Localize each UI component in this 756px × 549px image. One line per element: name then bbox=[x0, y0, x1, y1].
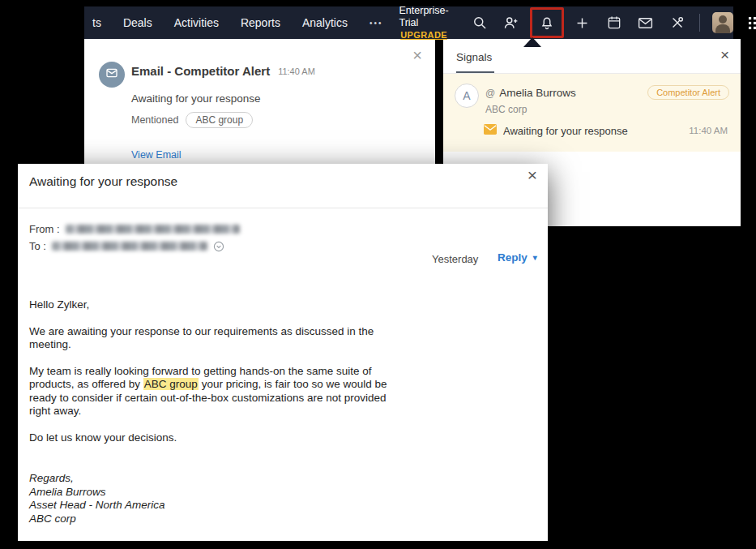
contact-company: ABC corp bbox=[485, 104, 527, 115]
signals-close-icon[interactable]: × bbox=[720, 47, 729, 62]
top-navigation-bar: ts Deals Activities Reports Analytics ••… bbox=[84, 6, 733, 39]
highlighted-mention: ABC group bbox=[143, 378, 199, 390]
modal-close-icon[interactable]: × bbox=[527, 166, 537, 183]
envelope-icon bbox=[105, 66, 118, 83]
alert-time: 11:40 AM bbox=[278, 66, 315, 76]
users-icon[interactable] bbox=[502, 13, 521, 32]
email-date: Yesterday bbox=[432, 253, 478, 265]
email-signature: Regards, Amelia Burrows Asset Head - Nor… bbox=[29, 472, 395, 525]
to-label: To : bbox=[29, 240, 46, 252]
divider bbox=[699, 14, 700, 32]
contact-avatar: A bbox=[455, 84, 479, 108]
upgrade-link[interactable]: UPGRADE bbox=[400, 30, 447, 41]
greeting: Hello Zylker, bbox=[29, 298, 395, 312]
mail-icon[interactable] bbox=[636, 13, 656, 32]
chevron-down-icon: ▾ bbox=[533, 253, 537, 262]
mail-icon bbox=[484, 123, 497, 138]
redacted-from-address bbox=[66, 225, 240, 234]
signal-subject: Awaiting for your response bbox=[503, 125, 628, 137]
redacted-to-address bbox=[52, 242, 207, 251]
paragraph-1: We are awaiting your response to our req… bbox=[29, 325, 395, 352]
user-avatar[interactable] bbox=[712, 12, 733, 33]
signals-tab[interactable]: Signals bbox=[456, 51, 492, 63]
alert-subject: Awaiting for your response bbox=[131, 92, 261, 105]
nav-item-analytics[interactable]: Analytics bbox=[302, 16, 348, 29]
paragraph-2: My team is really looking forward to get… bbox=[29, 365, 395, 418]
screen: Email - Competitor Alert 11:40 AM Awaiti… bbox=[0, 0, 756, 549]
apps-grid-icon[interactable] bbox=[745, 13, 756, 32]
nav-item-reports[interactable]: Reports bbox=[241, 16, 280, 29]
search-icon[interactable] bbox=[470, 13, 489, 32]
notification-bell-icon[interactable] bbox=[537, 13, 557, 32]
email-preview-modal: Awaiting for your response × From : To :… bbox=[18, 164, 548, 541]
expand-recipients-icon[interactable] bbox=[213, 241, 224, 252]
reply-button[interactable]: Reply ▾ bbox=[498, 251, 537, 264]
email-avatar bbox=[99, 62, 125, 88]
plan-name: Enterprise-Trial bbox=[399, 5, 449, 30]
signal-time: 11:40 AM bbox=[689, 126, 728, 135]
view-email-link[interactable]: View Email bbox=[131, 149, 182, 161]
signal-list-item[interactable]: A @ Amelia Burrows Competitor Alert ABC … bbox=[443, 74, 741, 152]
nav-item-deals[interactable]: Deals bbox=[123, 16, 152, 29]
divider bbox=[18, 208, 548, 208]
more-menu-button[interactable]: ••• bbox=[369, 19, 383, 28]
competitor-alert-badge: Competitor Alert bbox=[647, 85, 729, 100]
modal-title: Awaiting for your response bbox=[29, 174, 177, 189]
email-body: Hello Zylker, We are awaiting your respo… bbox=[29, 298, 395, 525]
calendar-icon[interactable] bbox=[604, 13, 624, 32]
tools-icon[interactable] bbox=[668, 13, 687, 32]
from-label: From : bbox=[29, 223, 60, 235]
mention-chip: ABC group bbox=[186, 112, 253, 128]
nav-item-clipped[interactable]: ts bbox=[92, 16, 101, 29]
contact-name: Amelia Burrows bbox=[499, 87, 576, 99]
annotation-highlight-box bbox=[530, 7, 564, 38]
reply-label: Reply bbox=[498, 251, 527, 264]
email-alert-card: Email - Competitor Alert 11:40 AM Awaiti… bbox=[84, 39, 435, 164]
alert-close-icon[interactable]: × bbox=[412, 47, 422, 63]
add-plus-icon[interactable] bbox=[573, 13, 592, 32]
nav-item-activities[interactable]: Activities bbox=[174, 16, 219, 29]
popover-arrow bbox=[523, 37, 541, 47]
mentioned-label: Mentioned bbox=[131, 114, 178, 126]
paragraph-3: Do let us know your decisions. bbox=[29, 431, 395, 445]
mention-icon: @ bbox=[485, 88, 495, 99]
alert-title: Email - Competitor Alert bbox=[131, 64, 270, 78]
